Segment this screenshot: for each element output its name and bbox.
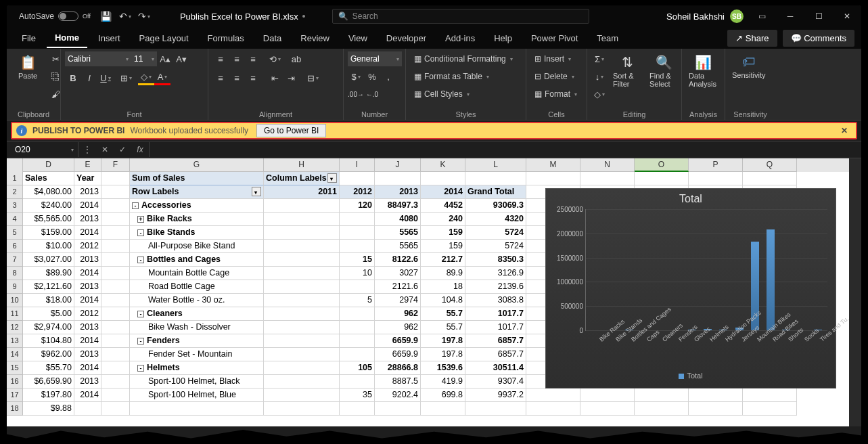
decrease-decimal-icon[interactable]: ←.0 (364, 87, 380, 102)
row-header[interactable]: 9 (7, 280, 23, 294)
spreadsheet-grid[interactable]: DEFGHIJKLMNOPQ 1234567891011121314151617… (7, 158, 849, 426)
row-header[interactable]: 11 (7, 307, 23, 321)
insert-cells-button[interactable]: ⊞Insert▾ (530, 51, 581, 66)
undo-icon[interactable]: ↶▾ (116, 7, 134, 25)
tab-power-pivot[interactable]: Power Pivot (523, 29, 586, 47)
ribbon-mode-icon[interactable]: ▭ (748, 7, 776, 26)
row-header[interactable]: 10 (7, 294, 23, 307)
tab-review[interactable]: Review (292, 29, 338, 47)
select-all-corner[interactable] (7, 158, 23, 172)
maximize-button[interactable]: ☐ (804, 7, 833, 26)
paste-button[interactable]: 📋Paste (11, 51, 45, 83)
fill-color-icon[interactable]: ◇▾ (138, 70, 154, 85)
column-header[interactable]: G (130, 158, 264, 172)
find-select-button[interactable]: 🔍Find & Select (647, 51, 681, 91)
row-header[interactable]: 8 (7, 267, 23, 280)
number-format-select[interactable]: General▾ (348, 51, 402, 66)
save-icon[interactable]: 💾 (97, 7, 115, 25)
row-header[interactable]: 17 (7, 388, 23, 402)
row-header[interactable]: 18 (7, 402, 23, 416)
autosum-icon[interactable]: Σ▾ (591, 51, 608, 66)
column-header[interactable]: Q (743, 158, 797, 172)
align-left-icon[interactable]: ≡ (212, 70, 229, 85)
column-header[interactable]: D (23, 158, 74, 172)
column-header[interactable]: K (421, 158, 465, 172)
column-header[interactable]: L (465, 158, 526, 172)
chart-bar[interactable] (767, 229, 775, 330)
sensitivity-button[interactable]: 🏷Sensitivity (729, 51, 769, 82)
formula-more-icon[interactable]: ⋮ (78, 142, 96, 157)
minimize-button[interactable]: ─ (776, 7, 804, 26)
row-header[interactable]: 15 (7, 361, 23, 375)
tab-formulas[interactable]: Formulas (200, 29, 252, 47)
autosave-toggle[interactable]: AutoSave Off (7, 12, 97, 21)
comma-icon[interactable]: , (380, 69, 396, 84)
clear-icon[interactable]: ◇▾ (591, 87, 608, 102)
notification-close-icon[interactable]: ✕ (837, 126, 852, 135)
tab-page-layout[interactable]: Page Layout (131, 29, 197, 47)
row-header[interactable]: 3 (7, 199, 23, 213)
column-header[interactable]: P (689, 158, 743, 172)
align-bottom-icon[interactable]: ≡ (245, 51, 261, 66)
row-header[interactable]: 2 (7, 185, 23, 199)
format-cells-button[interactable]: ▦Format▾ (530, 87, 581, 102)
sort-filter-button[interactable]: ⇅Sort & Filter (610, 51, 644, 91)
close-button[interactable]: ✕ (833, 7, 861, 26)
search-input[interactable]: 🔍 Search (332, 9, 589, 24)
cancel-formula-icon[interactable]: ✕ (96, 142, 114, 157)
column-header[interactable]: H (264, 158, 340, 172)
tab-data[interactable]: Data (255, 29, 290, 47)
tab-insert[interactable]: Insert (90, 29, 129, 47)
row-header[interactable]: 7 (7, 253, 23, 267)
share-button[interactable]: ↗ Share (727, 30, 777, 47)
fill-icon[interactable]: ↓▾ (591, 69, 608, 84)
data-analysis-button[interactable]: 📊Data Analysis (686, 51, 721, 91)
tab-view[interactable]: View (340, 29, 375, 47)
row-header[interactable]: 16 (7, 375, 23, 388)
tab-team[interactable]: Team (589, 29, 626, 47)
bold-button[interactable]: B (65, 70, 81, 85)
underline-button[interactable]: U▾ (97, 70, 114, 85)
font-color-icon[interactable]: A▾ (154, 70, 170, 85)
decrease-indent-icon[interactable]: ⇤ (267, 70, 283, 85)
row-header[interactable]: 13 (7, 334, 23, 348)
align-right-icon[interactable]: ≡ (245, 70, 261, 85)
format-as-table-button[interactable]: ▦Format as Table▾ (410, 69, 517, 84)
tab-developer[interactable]: Developer (378, 29, 434, 47)
percent-icon[interactable]: % (364, 69, 380, 84)
column-header[interactable]: M (526, 158, 580, 172)
conditional-formatting-button[interactable]: ▦Conditional Formatting▾ (410, 51, 517, 66)
font-name-input[interactable]: Calibri▾ (65, 51, 131, 66)
column-header[interactable]: F (101, 158, 130, 172)
comments-button[interactable]: 💬 Comments (783, 30, 854, 47)
column-header[interactable]: I (340, 158, 375, 172)
column-header[interactable]: E (74, 158, 101, 172)
increase-indent-icon[interactable]: ⇥ (283, 70, 299, 85)
accept-formula-icon[interactable]: ✓ (114, 142, 131, 157)
align-top-icon[interactable]: ≡ (212, 51, 229, 66)
row-header[interactable]: 12 (7, 321, 23, 334)
row-header[interactable]: 5 (7, 226, 23, 240)
row-header[interactable]: 6 (7, 240, 23, 253)
decrease-font-icon[interactable]: A▾ (173, 51, 189, 66)
row-header[interactable]: 4 (7, 213, 23, 226)
go-to-powerbi-button[interactable]: Go to Power BI (256, 124, 326, 137)
name-box[interactable]: O20▾ (11, 142, 78, 157)
currency-icon[interactable]: $▾ (348, 69, 364, 84)
align-middle-icon[interactable]: ≡ (229, 51, 245, 66)
merge-icon[interactable]: ⊟▾ (304, 70, 321, 85)
column-header[interactable]: O (635, 158, 689, 172)
redo-icon[interactable]: ↷▾ (135, 7, 153, 25)
orientation-icon[interactable]: ⟲▾ (267, 51, 283, 66)
font-size-input[interactable]: 11▾ (131, 51, 157, 66)
delete-cells-button[interactable]: ⊟Delete▾ (530, 69, 581, 84)
tab-file[interactable]: File (14, 29, 44, 47)
row-header[interactable]: 14 (7, 348, 23, 361)
italic-button[interactable]: I (81, 70, 97, 85)
vertical-scrollbar[interactable] (849, 158, 861, 426)
align-center-icon[interactable]: ≡ (229, 70, 245, 85)
wrap-text-icon[interactable]: ab (288, 51, 304, 66)
border-icon[interactable]: ⊞▾ (118, 70, 134, 85)
tab-add-ins[interactable]: Add-ins (437, 29, 483, 47)
row-header[interactable]: 1 (7, 172, 23, 185)
